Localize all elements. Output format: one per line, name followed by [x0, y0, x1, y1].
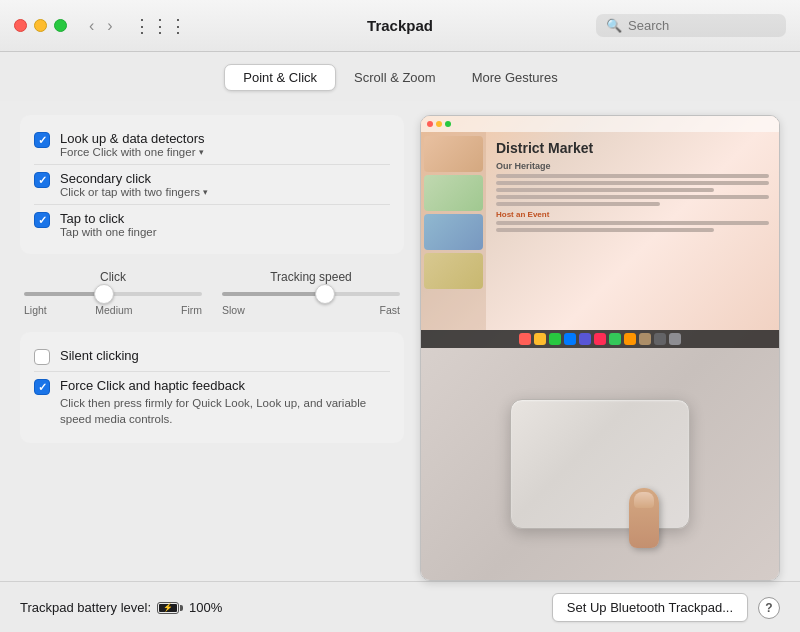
- mac-full-dot: [445, 121, 451, 127]
- titlebar: ‹ › ⋮⋮⋮ Trackpad 🔍: [0, 0, 800, 52]
- text-line-1: [496, 174, 769, 178]
- preview-panel: District Market Our Heritage Host an Eve…: [420, 115, 780, 581]
- nav-buttons: ‹ ›: [85, 16, 117, 36]
- mac-content-area: District Market Our Heritage Host an Eve…: [421, 132, 779, 330]
- dock-icon-1: [519, 333, 531, 345]
- preview-screenshot: District Market Our Heritage Host an Eve…: [421, 116, 779, 348]
- tracking-slider-sublabels: Slow Fast: [222, 304, 400, 316]
- text-line-3: [496, 188, 714, 192]
- click-slider-track[interactable]: [24, 292, 202, 296]
- mac-main-sim: District Market Our Heritage Host an Eve…: [486, 132, 779, 330]
- tracking-slider-group: Tracking speed Slow Fast: [222, 270, 400, 316]
- look-up-label: Look up & data detectors: [60, 131, 205, 146]
- tap-to-click-subtitle: Tap with one finger: [60, 226, 157, 238]
- forward-button[interactable]: ›: [103, 16, 116, 36]
- haptic-section: Silent clicking ✓ Force Click and haptic…: [20, 332, 404, 443]
- battery-bolt-icon: ⚡: [163, 603, 173, 612]
- mac-close-dot: [427, 121, 433, 127]
- fullscreen-button[interactable]: [54, 19, 67, 32]
- tracking-slider-thumb[interactable]: [315, 284, 335, 304]
- mac-sidebar-block-1: [424, 136, 483, 172]
- click-slider-group: Click Light Medium Firm: [24, 270, 202, 316]
- dock-icon-7: [609, 333, 621, 345]
- dock-icon-4: [564, 333, 576, 345]
- traffic-lights: [14, 19, 67, 32]
- left-panel: ✓ Look up & data detectors Force Click w…: [20, 115, 404, 581]
- option-look-up: ✓ Look up & data detectors Force Click w…: [34, 125, 390, 164]
- search-input[interactable]: [628, 18, 776, 33]
- sliders-section: Click Light Medium Firm Tracking speed: [20, 270, 404, 316]
- battery-section: Trackpad battery level: ⚡ 100%: [20, 600, 222, 615]
- mac-sidebar-block-2: [424, 175, 483, 211]
- tracking-fast-label: Fast: [380, 304, 400, 316]
- dock-icon-11: [669, 333, 681, 345]
- finger-shape: [629, 488, 659, 548]
- silent-clicking-checkbox[interactable]: [34, 349, 50, 365]
- click-firm-label: Firm: [181, 304, 202, 316]
- click-medium-label: Medium: [95, 304, 132, 316]
- tab-scroll-zoom[interactable]: Scroll & Zoom: [336, 65, 454, 90]
- tracking-slow-label: Slow: [222, 304, 245, 316]
- battery-percent: 100%: [189, 600, 222, 615]
- search-box[interactable]: 🔍: [596, 14, 786, 37]
- secondary-click-label: Secondary click: [60, 171, 208, 186]
- tracking-slider-label: Tracking speed: [270, 270, 352, 284]
- statusbar: Trackpad battery level: ⚡ 100% Set Up Bl…: [0, 581, 800, 632]
- secondary-click-subtitle[interactable]: Click or tap with two fingers ▾: [60, 186, 208, 198]
- close-button[interactable]: [14, 19, 27, 32]
- tap-to-click-checkbox[interactable]: ✓: [34, 212, 50, 228]
- help-button[interactable]: ?: [758, 597, 780, 619]
- main-content: ✓ Look up & data detectors Force Click w…: [0, 101, 800, 581]
- tab-more-gestures[interactable]: More Gestures: [454, 65, 576, 90]
- tap-to-click-label: Tap to click: [60, 211, 157, 226]
- mac-sidebar-sim: [421, 132, 486, 330]
- dock-icon-6: [594, 333, 606, 345]
- window-title: Trackpad: [367, 17, 433, 34]
- mac-sidebar-block-4: [424, 253, 483, 289]
- dock-icon-10: [654, 333, 666, 345]
- dock-icon-8: [624, 333, 636, 345]
- text-line-5: [496, 202, 660, 206]
- app-grid-icon[interactable]: ⋮⋮⋮: [133, 15, 187, 37]
- haptic-silent-row: Silent clicking: [34, 342, 390, 371]
- battery-body: ⚡: [157, 602, 179, 614]
- silent-clicking-label: Silent clicking: [60, 348, 139, 363]
- option-secondary-click: ✓ Secondary click Click or tap with two …: [34, 164, 390, 204]
- look-up-checkbox[interactable]: ✓: [34, 132, 50, 148]
- secondary-click-checkbox[interactable]: ✓: [34, 172, 50, 188]
- dock-icon-3: [549, 333, 561, 345]
- click-light-label: Light: [24, 304, 47, 316]
- mac-min-dot: [436, 121, 442, 127]
- dock-icon-5: [579, 333, 591, 345]
- options-section: ✓ Look up & data detectors Force Click w…: [20, 115, 404, 254]
- finger-simulation: [619, 478, 669, 548]
- text-line-7: [496, 228, 714, 232]
- force-click-checkbox[interactable]: ✓: [34, 379, 50, 395]
- click-slider-thumb[interactable]: [94, 284, 114, 304]
- our-heritage-subheading: Our Heritage: [496, 161, 769, 171]
- battery-text-label: Trackpad battery level:: [20, 600, 151, 615]
- look-up-subtitle[interactable]: Force Click with one finger ▾: [60, 146, 205, 158]
- battery-tip: [180, 605, 183, 611]
- mac-sidebar-block-3: [424, 214, 483, 250]
- mac-dock-sim: [421, 330, 779, 348]
- tab-point-click[interactable]: Point & Click: [224, 64, 336, 91]
- option-tap-to-click: ✓ Tap to click Tap with one finger: [34, 204, 390, 244]
- haptic-force-click-row: ✓ Force Click and haptic feedback Click …: [34, 371, 390, 433]
- trackpad-pad: [510, 399, 690, 529]
- tabbar: Point & Click Scroll & Zoom More Gesture…: [0, 52, 800, 101]
- back-button[interactable]: ‹: [85, 16, 98, 36]
- dock-icon-9: [639, 333, 651, 345]
- battery-icon: ⚡: [157, 602, 183, 614]
- text-line-6: [496, 221, 769, 225]
- look-up-chevron-icon: ▾: [199, 147, 204, 157]
- setup-bluetooth-button[interactable]: Set Up Bluetooth Trackpad...: [552, 593, 748, 622]
- click-slider-sublabels: Light Medium Firm: [24, 304, 202, 316]
- preview-trackpad: [421, 348, 779, 580]
- search-icon: 🔍: [606, 18, 622, 33]
- minimize-button[interactable]: [34, 19, 47, 32]
- host-event-text: Host an Event: [496, 210, 769, 219]
- text-line-2: [496, 181, 769, 185]
- tracking-slider-track[interactable]: [222, 292, 400, 296]
- district-market-heading: District Market: [496, 140, 769, 156]
